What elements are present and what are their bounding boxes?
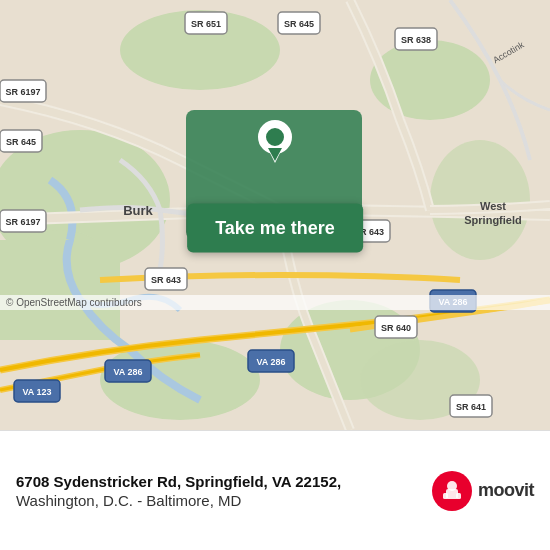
svg-text:VA 123: VA 123 bbox=[22, 387, 51, 397]
svg-text:Burk: Burk bbox=[123, 203, 153, 218]
svg-text:SR 6197: SR 6197 bbox=[5, 87, 40, 97]
app: SR 651 SR 645 SR 645 SR 6197 SR 6197 SR … bbox=[0, 0, 550, 550]
moovit-icon bbox=[432, 471, 472, 511]
svg-text:SR 645: SR 645 bbox=[284, 19, 314, 29]
take-me-there-button[interactable]: Take me there bbox=[187, 203, 363, 252]
moovit-text: moovit bbox=[478, 480, 534, 501]
info-bar: 6708 Sydenstricker Rd, Springfield, VA 2… bbox=[0, 430, 550, 550]
map-area: SR 651 SR 645 SR 645 SR 6197 SR 6197 SR … bbox=[0, 0, 550, 430]
svg-rect-50 bbox=[443, 493, 448, 499]
svg-marker-46 bbox=[268, 148, 282, 161]
copyright-text: © OpenStreetMap contributors bbox=[6, 297, 142, 308]
moovit-logo: moovit bbox=[432, 471, 534, 511]
svg-text:Springfield: Springfield bbox=[464, 214, 521, 226]
svg-text:SR 651: SR 651 bbox=[191, 19, 221, 29]
svg-text:West: West bbox=[480, 200, 506, 212]
address-line2: Washington, D.C. - Baltimore, MD bbox=[16, 492, 422, 509]
svg-text:SR 641: SR 641 bbox=[456, 402, 486, 412]
copyright-bar: © OpenStreetMap contributors bbox=[0, 295, 550, 310]
svg-text:VA 286: VA 286 bbox=[256, 357, 285, 367]
svg-point-44 bbox=[265, 127, 285, 147]
svg-text:SR 645: SR 645 bbox=[6, 137, 36, 147]
address-block: 6708 Sydenstricker Rd, Springfield, VA 2… bbox=[16, 473, 422, 509]
address-line1: 6708 Sydenstricker Rd, Springfield, VA 2… bbox=[16, 473, 422, 490]
svg-rect-51 bbox=[456, 493, 461, 499]
svg-text:SR 643: SR 643 bbox=[151, 275, 181, 285]
svg-text:SR 6197: SR 6197 bbox=[5, 217, 40, 227]
svg-text:SR 640: SR 640 bbox=[381, 323, 411, 333]
svg-text:SR 638: SR 638 bbox=[401, 35, 431, 45]
svg-text:VA 286: VA 286 bbox=[113, 367, 142, 377]
location-pin bbox=[257, 119, 293, 163]
